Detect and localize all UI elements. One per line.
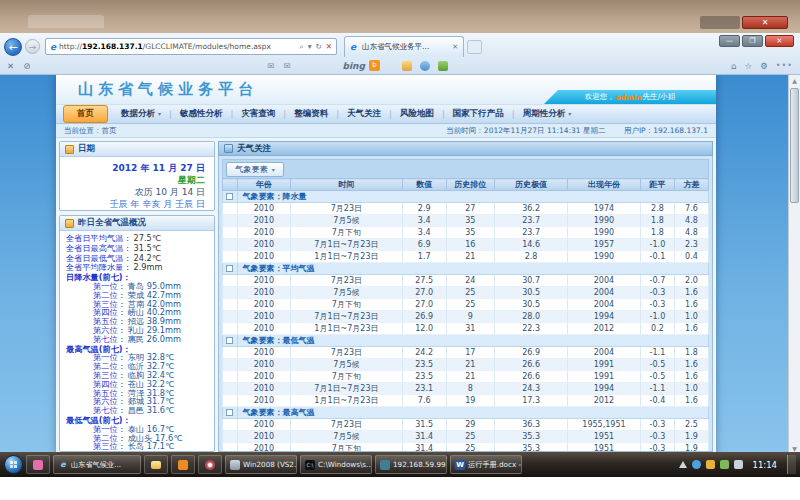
favorites-star-icon[interactable]: ☆ bbox=[745, 61, 753, 71]
cell: 8 bbox=[446, 383, 495, 395]
taskbar-window-button[interactable]: e山东省气候业... bbox=[53, 455, 141, 474]
mail-addons: ✉ ✉ bbox=[267, 61, 290, 71]
bing-widget[interactable]: bing b bbox=[343, 60, 380, 71]
media-player-icon[interactable] bbox=[198, 455, 222, 474]
minimize-button[interactable]: — bbox=[719, 35, 740, 47]
scroll-up-icon[interactable]: ▲ bbox=[789, 75, 800, 87]
nav-item-4[interactable]: 整编资料 bbox=[286, 106, 336, 122]
tab-close-icon[interactable]: ✕ bbox=[452, 43, 458, 51]
stop-icon[interactable]: ✕ bbox=[326, 42, 332, 51]
mail-icon-2[interactable]: ✉ bbox=[283, 61, 290, 71]
checkbox[interactable] bbox=[226, 193, 233, 200]
cell: 36.3 bbox=[495, 419, 568, 431]
nav-item-8[interactable]: 周期性分析▾ bbox=[515, 106, 580, 122]
network-icon[interactable] bbox=[720, 460, 729, 469]
blocked-icon[interactable]: ⊘ bbox=[23, 61, 30, 71]
table-row[interactable]: 20107月23日31.52936.31955,1951-0.32.5 bbox=[223, 419, 709, 431]
table-row[interactable]: 20107月23日2.92736.219742.87.6 bbox=[223, 203, 709, 215]
table-row[interactable]: 20107月23日24.21726.92004-1.11.8 bbox=[223, 347, 709, 359]
checkbox[interactable] bbox=[226, 337, 233, 344]
more-dots-icon[interactable]: ••• bbox=[776, 61, 793, 70]
table-row[interactable]: 20107月1日~7月23日23.1824.31994-1.11.0 bbox=[223, 383, 709, 395]
maximize-button[interactable]: ❐ bbox=[742, 35, 763, 47]
element-filter-button[interactable]: 气象要素 ▾ bbox=[226, 162, 284, 177]
nav-item-0[interactable]: 首页 bbox=[63, 105, 108, 123]
cell: 4.8 bbox=[674, 227, 708, 239]
table-row[interactable]: 20107月5候31.42535.31951-0.31.9 bbox=[223, 431, 709, 443]
table-row[interactable]: 20107月1日~7月23日26.9928.01994-1.01.0 bbox=[223, 311, 709, 323]
cell: 23.7 bbox=[495, 227, 568, 239]
table-row[interactable]: 20101月1日~7月23日7.61917.32012-0.41.6 bbox=[223, 395, 709, 407]
volume-icon[interactable] bbox=[734, 460, 743, 469]
row-select-cell bbox=[223, 383, 238, 395]
search-dropdown-icon[interactable]: ▾ bbox=[308, 42, 312, 51]
taskbar-clock[interactable]: 11:14 bbox=[753, 460, 778, 470]
addon-icon-1[interactable] bbox=[402, 61, 412, 71]
table-row[interactable]: 20107月5候23.52126.61991-0.51.6 bbox=[223, 359, 709, 371]
checkbox[interactable] bbox=[226, 265, 233, 272]
nav-item-5[interactable]: 天气关注 bbox=[339, 106, 389, 122]
table-row[interactable]: 20107月下旬23.52126.61991-0.51.6 bbox=[223, 371, 709, 383]
group-header-row: 气象要素：最高气温 bbox=[223, 407, 709, 419]
scrollbar-thumb[interactable] bbox=[790, 88, 799, 203]
nav-item-3[interactable]: 灾害查询 bbox=[233, 106, 283, 122]
home-icon[interactable]: ⌂ bbox=[731, 61, 736, 71]
settings-gear-icon[interactable]: ⚙ bbox=[760, 61, 768, 71]
taskbar-window-button[interactable]: C:\C:\Windows\s... bbox=[300, 455, 372, 474]
addon-icon-2[interactable] bbox=[420, 61, 430, 71]
show-hidden-icons-icon[interactable] bbox=[679, 461, 687, 468]
cell: 2012 bbox=[568, 323, 641, 335]
vertical-scrollbar[interactable]: ▲ ▼ bbox=[788, 75, 800, 455]
address-bar[interactable]: e http://192.168.137.1/GLCCLIMATE/module… bbox=[45, 38, 337, 55]
show-desktop-button[interactable] bbox=[787, 455, 796, 474]
back-button[interactable]: ← bbox=[4, 38, 22, 56]
bing-orange-icon: b bbox=[369, 60, 380, 71]
cell: 4.8 bbox=[674, 215, 708, 227]
nav-item-7[interactable]: 国家下行产品 bbox=[445, 106, 512, 122]
pinned-app-icon[interactable] bbox=[26, 455, 50, 474]
url-text[interactable]: http://192.168.137.1/GLCCLIMATE/modules/… bbox=[59, 42, 299, 51]
cell: 31.5 bbox=[402, 419, 446, 431]
chevron-down-icon: ▾ bbox=[158, 110, 161, 117]
nav-item-1[interactable]: 数据分析▾ bbox=[113, 106, 169, 122]
nav-item-6[interactable]: 风险地图 bbox=[392, 106, 442, 122]
calendar-title: 日期 bbox=[78, 143, 95, 155]
table-row[interactable]: 20101月1日~7月23日1.7212.81990-0.10.4 bbox=[223, 251, 709, 263]
close-button[interactable]: ✕ bbox=[765, 35, 794, 47]
cell: 2010 bbox=[237, 443, 290, 453]
checkbox[interactable] bbox=[226, 409, 233, 416]
browser-tab[interactable]: e 山东省气候业务平... ✕ bbox=[344, 36, 464, 57]
taskbar-window-button[interactable]: Win2008 (VS2... bbox=[225, 455, 297, 474]
table-row[interactable]: 20107月5候3.43523.719901.84.8 bbox=[223, 215, 709, 227]
taskbar-window-button[interactable]: 192.168.59.99... bbox=[375, 455, 447, 474]
start-button[interactable] bbox=[4, 455, 23, 474]
table-row[interactable]: 20107月5候27.02530.52004-0.31.6 bbox=[223, 287, 709, 299]
mail-icon[interactable]: ✉ bbox=[267, 61, 274, 71]
table-row[interactable]: 20107月1日~7月23日6.91614.61957-1.02.3 bbox=[223, 239, 709, 251]
cell: 35 bbox=[446, 215, 495, 227]
close-toolbar-icon[interactable]: ✕ bbox=[7, 61, 14, 71]
new-tab-button[interactable] bbox=[467, 40, 482, 54]
cell: 25 bbox=[446, 299, 495, 311]
cell: 23.5 bbox=[402, 371, 446, 383]
table-row[interactable]: 20107月下旬27.02530.52004-0.31.6 bbox=[223, 299, 709, 311]
table-row[interactable]: 20107月23日27.52430.72004-0.72.0 bbox=[223, 275, 709, 287]
refresh-icon[interactable]: ↻ bbox=[315, 42, 321, 51]
calendar-lunar-date: 农历 10 月 14 日 bbox=[68, 186, 205, 198]
cell: 21 bbox=[446, 251, 495, 263]
action-center-icon[interactable] bbox=[706, 460, 715, 469]
taskbar-window-button[interactable]: W运行手册.docx -... bbox=[450, 455, 522, 474]
table-row[interactable]: 20107月下旬31.42535.31951-0.31.9 bbox=[223, 443, 709, 453]
nav-item-2[interactable]: 敏感性分析 bbox=[172, 106, 231, 122]
tray-app-icon[interactable] bbox=[692, 460, 701, 469]
table-row[interactable]: 20107月下旬3.43523.719901.84.8 bbox=[223, 227, 709, 239]
table-row[interactable]: 20101月1日~7月23日12.03122.320120.21.6 bbox=[223, 323, 709, 335]
pinned-app-orange-icon[interactable] bbox=[171, 455, 195, 474]
forward-button[interactable]: → bbox=[25, 39, 40, 54]
explorer-icon[interactable] bbox=[144, 455, 168, 474]
cell: 1994 bbox=[568, 311, 641, 323]
cell: 30.5 bbox=[495, 299, 568, 311]
search-icon[interactable]: ⌕ bbox=[299, 42, 303, 52]
addon-icon-3[interactable] bbox=[438, 61, 448, 71]
background-close-button[interactable]: ✕ bbox=[742, 16, 788, 29]
